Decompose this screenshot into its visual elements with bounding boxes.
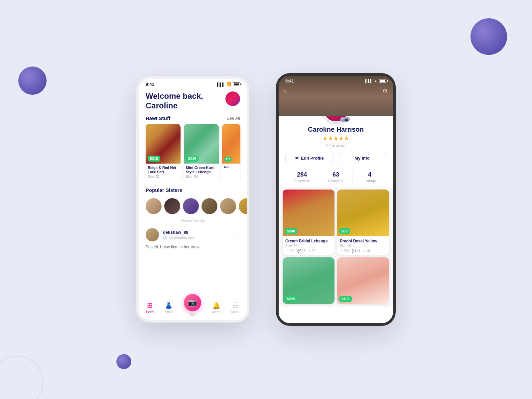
followers-stat[interactable]: 284 Followers <box>285 171 319 183</box>
nav-shop[interactable]: 👗 Shop <box>165 301 173 314</box>
product-size-2: Size: 34 <box>186 175 217 179</box>
reviews-count: 22 reviews <box>285 143 386 148</box>
following-label: Following <box>319 179 353 183</box>
comments-2: 💬 14 <box>352 249 360 253</box>
nav-sell[interactable]: 📷 Sell <box>184 299 201 317</box>
activity-item: delishaw_88 🕐 15 minutes ago ··· <box>139 225 247 245</box>
time-1: 9:41 <box>146 82 154 87</box>
p1-header: Welcome back, Caroline <box>139 88 247 113</box>
my-info-button[interactable]: My Info <box>338 152 386 164</box>
phone-1: 9:41 ▌▌▌ 📶 Welcome back, Caroline Hawt S… <box>136 76 249 323</box>
product-card-2[interactable]: $225 Mint Green Kurti Style Lehenga Size… <box>184 124 219 181</box>
p2-avatar-wrapper: 3 📷 <box>323 116 349 122</box>
listings-count: 4 <box>353 171 386 178</box>
edit-profile-button[interactable]: ✏ Edit Profile <box>285 152 334 164</box>
wifi-icon: 📶 <box>226 82 231 86</box>
price-badge-2: $225 <box>186 156 199 162</box>
grid-price-4: $105 <box>339 296 352 302</box>
bottom-nav: ⊞ Feed 👗 Shop 📷 Sell 🔔 Alerts ☰ Menu <box>139 295 247 320</box>
sister-2[interactable] <box>164 198 180 214</box>
popular-sisters-title: Popular Sisters <box>146 187 182 193</box>
pencil-icon: ✏ <box>295 156 299 161</box>
photo-badge[interactable]: 3 📷 <box>340 117 350 122</box>
profile-buttons: ✏ Edit Profile My Info <box>285 152 386 164</box>
activity-time: 🕐 15 minutes ago <box>163 235 228 240</box>
grid-img-3: $225 <box>283 257 334 304</box>
welcome-section: Welcome back, Caroline <box>146 91 203 111</box>
activity-username: delishaw_88 <box>163 230 228 235</box>
settings-button[interactable]: ⚙ <box>382 87 388 94</box>
product-card-1[interactable]: $210 Beige & Red Net Lace Sari Size: 32 <box>146 124 181 181</box>
hearts-2: ♡ 204 <box>340 249 349 253</box>
sister-3[interactable] <box>183 198 199 214</box>
profile-name: Caroline Harrison <box>285 126 386 133</box>
camera-icon: 📷 <box>188 298 197 307</box>
product-card-3[interactable]: $16 Min... <box>222 124 240 181</box>
see-all-btn[interactable]: See All <box>227 116 240 121</box>
listings-stat[interactable]: 4 Listings <box>352 171 386 183</box>
grid-product-3[interactable]: $225 <box>283 257 334 304</box>
grid-name-1: Cream Bridal Lehenga <box>285 239 332 243</box>
sisters-row <box>139 196 247 217</box>
p2-profile-section: 3 📷 Caroline Harrison ★★★★★ 22 reviews ✏… <box>279 116 393 187</box>
p2-content: 3 📷 Caroline Harrison ★★★★★ 22 reviews ✏… <box>279 116 393 323</box>
product-img-3: $16 <box>222 124 240 164</box>
product-info-3: Min... <box>222 164 240 172</box>
product-img-1: $210 <box>146 124 181 164</box>
battery-icon <box>233 82 240 86</box>
comments-1: 💬 16 <box>297 249 306 253</box>
shop-icon: 👗 <box>165 301 173 309</box>
activity-avatar[interactable] <box>146 228 159 241</box>
followers-label: Followers <box>285 179 319 183</box>
grid-product-4[interactable]: $105 <box>337 257 389 304</box>
feed-icon: ⊞ <box>147 301 153 309</box>
decorative-sphere-1 <box>470 18 507 55</box>
product-name-1: Beige & Red Net Lace Sari <box>148 166 179 174</box>
grid-price-3: $225 <box>285 296 297 302</box>
product-size-1: Size: 32 <box>148 175 179 179</box>
signal-icon: ▌▌▌ <box>217 82 225 86</box>
status-icons-2: ▌▌▌ ▲ <box>365 79 386 83</box>
user-avatar-1[interactable] <box>225 91 240 106</box>
decorative-sphere-2 <box>18 66 47 95</box>
product-img-2: $225 <box>184 124 219 164</box>
more-options-btn[interactable]: ··· <box>232 231 240 238</box>
grid-stats-1: ♡ 194 💬 16 ☆ 20 <box>285 249 332 253</box>
phone-2: 9:41 ▌▌▌ ▲ ‹ ⚙ 3 <box>276 73 396 326</box>
sister-1[interactable] <box>146 198 162 214</box>
wifi-icon-2: ▲ <box>374 79 377 83</box>
product-info-1: Beige & Red Net Lace Sari Size: 32 <box>146 164 181 181</box>
grid-img-2: $80 <box>337 190 389 236</box>
grid-price-1: $240 <box>285 228 297 234</box>
stars-1: ☆ 20 <box>308 249 316 253</box>
product-info-2: Mint Green Kurti Style Lehenga Size: 34 <box>184 164 219 181</box>
nav-menu[interactable]: ☰ Menu <box>231 301 240 314</box>
product-name-3: Min... <box>224 166 238 169</box>
followers-count: 284 <box>285 171 319 178</box>
grid-img-1: $240 <box>283 190 334 236</box>
nav-feed[interactable]: ⊞ Feed <box>146 301 154 314</box>
sister-6[interactable] <box>239 198 247 214</box>
menu-icon: ☰ <box>232 301 238 309</box>
grid-product-2[interactable]: $80 Prachi Desai Yellow ... Size: 32 ♡ 2… <box>337 190 389 255</box>
status-icons-1: ▌▌▌ 📶 <box>217 82 240 86</box>
grid-info-1: Cream Bridal Lehenga Size: 34 ♡ 194 💬 16… <box>283 236 334 255</box>
price-badge-3: $16 <box>224 157 232 162</box>
hawt-stuff-title: Hawt Stuff <box>146 115 170 121</box>
sister-5[interactable] <box>220 198 236 214</box>
listings-label: Listings <box>353 179 386 183</box>
sister-4[interactable] <box>201 198 217 214</box>
grid-info-2: Prachi Desai Yellow ... Size: 32 ♡ 204 💬… <box>337 236 389 255</box>
back-button[interactable]: ‹ <box>284 87 286 94</box>
phones-wrapper: 9:41 ▌▌▌ 📶 Welcome back, Caroline Hawt S… <box>0 0 532 399</box>
activity-text: Posted 1 new item in her trunk. <box>139 245 247 251</box>
decorative-sphere-4 <box>116 354 131 369</box>
following-stat[interactable]: 63 Following <box>319 171 353 183</box>
grid-size-2: Size: 32 <box>340 244 386 248</box>
grid-product-1[interactable]: $240 Cream Bridal Lehenga Size: 34 ♡ 194… <box>283 190 334 255</box>
status-bar-1: 9:41 ▌▌▌ 📶 <box>139 79 247 88</box>
nav-alerts[interactable]: 🔔 Alerts <box>212 301 220 314</box>
welcome-title: Welcome back, Caroline <box>146 91 203 111</box>
sell-button[interactable]: 📷 <box>184 294 201 311</box>
hawt-stuff-header: Hawt Stuff See All <box>139 113 247 124</box>
